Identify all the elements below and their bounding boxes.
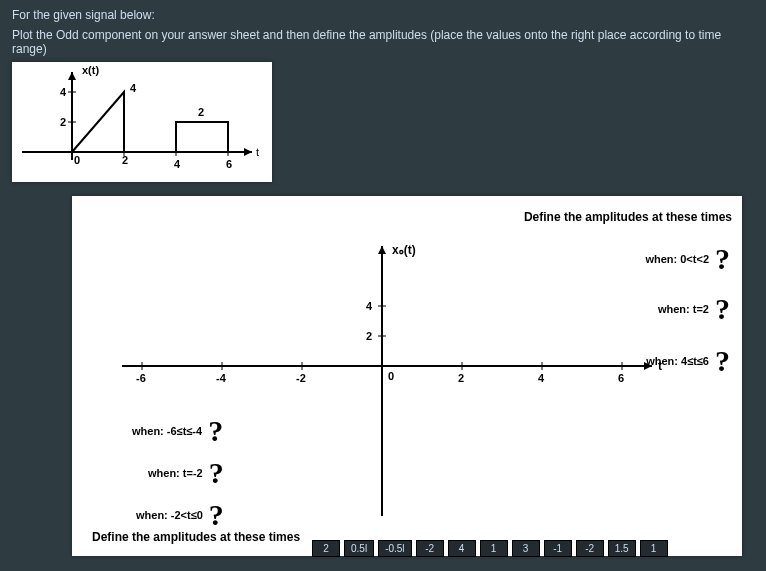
answer-option[interactable]: 1 <box>640 540 668 557</box>
answer-option[interactable]: 1 <box>480 540 508 557</box>
signal-xtick-2: 2 <box>122 154 128 166</box>
prompt-left-2-label: when: -2<t≤0 <box>136 509 203 521</box>
signal-xtick-4: 4 <box>174 158 181 170</box>
instruction-line-2: Plot the Odd component on your answer sh… <box>12 28 754 56</box>
signal-ylabel: x(t) <box>82 64 99 76</box>
signal-xtick-0: 0 <box>74 154 80 166</box>
signal-ytick-4: 4 <box>60 86 67 98</box>
odd-ytick-4: 4 <box>366 300 373 312</box>
prompt-right-1-label: when: t=2 <box>658 303 709 315</box>
odd-ytick-2: 2 <box>366 330 372 342</box>
svg-marker-3 <box>68 72 76 80</box>
answer-options-row: 2 0.5l -0.5l -2 4 1 3 -1 -2 1.5 1 <box>312 540 668 557</box>
answer-option[interactable]: -2 <box>576 540 604 557</box>
question-mark-icon: ? <box>209 500 224 530</box>
prompt-right-2[interactable]: when: 4≤t≤6 ? <box>646 346 730 376</box>
odd-xtick-6: 6 <box>618 372 624 384</box>
prompt-right-0-label: when: 0<t<2 <box>645 253 709 265</box>
prompt-left-0[interactable]: when: -6≤t≤-4 ? <box>132 416 223 446</box>
prompt-right-1[interactable]: when: t=2 ? <box>658 294 730 324</box>
signal-plateau-label: 2 <box>198 106 204 118</box>
odd-xtick-4: 4 <box>538 372 545 384</box>
odd-xtick-0: 0 <box>388 370 394 382</box>
answer-option[interactable]: 0.5l <box>344 540 374 557</box>
prompt-left-1-label: when: t=-2 <box>148 467 203 479</box>
original-signal-chart: x(t) t 4 2 0 2 4 6 4 2 <box>12 62 272 182</box>
question-mark-icon: ? <box>715 346 730 376</box>
prompt-left-2[interactable]: when: -2<t≤0 ? <box>136 500 224 530</box>
question-mark-icon: ? <box>715 244 730 274</box>
instruction-line-1: For the given signal below: <box>12 8 754 22</box>
svg-marker-12 <box>378 246 386 254</box>
answer-option[interactable]: -1 <box>544 540 572 557</box>
prompt-left-0-label: when: -6≤t≤-4 <box>132 425 202 437</box>
odd-xtick-2: 2 <box>458 372 464 384</box>
odd-xtick-m6: -6 <box>136 372 146 384</box>
odd-xtick-m2: -2 <box>296 372 306 384</box>
answer-option[interactable]: 4 <box>448 540 476 557</box>
answer-option[interactable]: -2 <box>416 540 444 557</box>
define-amplitudes-right: Define the amplitudes at these times <box>524 210 732 224</box>
signal-xlabel: t <box>256 146 259 158</box>
question-mark-icon: ? <box>209 458 224 488</box>
odd-component-panel: xₒ(t) t 4 2 -6 -4 -2 0 2 4 6 Define the … <box>72 196 742 556</box>
prompt-right-0[interactable]: when: 0<t<2 ? <box>645 244 730 274</box>
question-mark-icon: ? <box>208 416 223 446</box>
answer-option[interactable]: -0.5l <box>378 540 411 557</box>
question-mark-icon: ? <box>715 294 730 324</box>
prompt-right-2-label: when: 4≤t≤6 <box>646 355 709 367</box>
signal-peak-label: 4 <box>130 82 137 94</box>
prompt-left-1[interactable]: when: t=-2 ? <box>148 458 224 488</box>
signal-xtick-6: 6 <box>226 158 232 170</box>
signal-ytick-2: 2 <box>60 116 66 128</box>
answer-option[interactable]: 2 <box>312 540 340 557</box>
define-amplitudes-left: Define the amplitudes at these times <box>92 530 300 544</box>
odd-ylabel: xₒ(t) <box>392 243 416 257</box>
answer-option[interactable]: 1.5 <box>608 540 636 557</box>
svg-marker-1 <box>244 148 252 156</box>
odd-xtick-m4: -4 <box>216 372 227 384</box>
answer-option[interactable]: 3 <box>512 540 540 557</box>
